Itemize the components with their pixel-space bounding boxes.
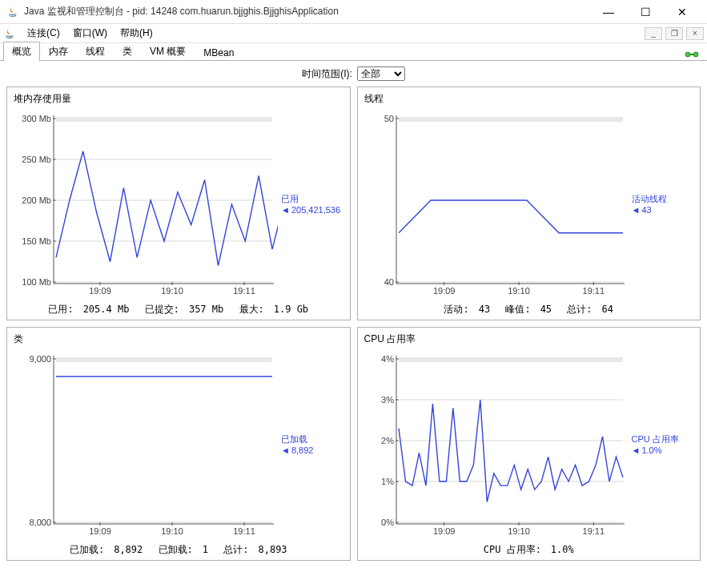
classes-legend: 已加载 ◄8,892 xyxy=(278,348,340,540)
classes-chart[interactable]: 9,0008,000 19:0919:1019:11 xyxy=(14,348,278,540)
svg-text:100 Mb: 100 Mb xyxy=(22,277,51,287)
threads-stats: 活动:43 峰值:45 总计:64 xyxy=(364,300,694,316)
svg-point-1 xyxy=(685,52,690,57)
svg-text:300 Mb: 300 Mb xyxy=(22,114,51,123)
cpu-title: CPU 占用率 xyxy=(364,332,694,346)
time-range-bar: 时间范围(I): 全部 xyxy=(0,61,707,87)
mdi-close-button[interactable]: × xyxy=(686,27,704,40)
svg-text:150 Mb: 150 Mb xyxy=(22,236,51,246)
svg-text:19:09: 19:09 xyxy=(89,286,111,296)
svg-text:19:09: 19:09 xyxy=(432,526,455,536)
java-icon xyxy=(3,27,16,40)
heap-card: 堆内存使用量 300 Mb250 Mb200 Mb150 Mb100 Mb 19… xyxy=(6,87,351,320)
menubar: 连接(C) 窗口(W) 帮助(H) _ ❐ × xyxy=(0,24,707,43)
svg-text:1%: 1% xyxy=(381,477,394,486)
menu-help[interactable]: 帮助(H) xyxy=(114,26,159,40)
svg-text:0%: 0% xyxy=(381,518,394,527)
connection-status-icon xyxy=(685,49,699,60)
svg-text:19:11: 19:11 xyxy=(582,286,605,296)
svg-text:19:10: 19:10 xyxy=(161,526,183,536)
time-range-select[interactable]: 全部 xyxy=(357,66,405,81)
svg-text:40: 40 xyxy=(384,277,393,287)
cpu-legend: CPU 占用率 ◄1.0% xyxy=(629,348,691,540)
svg-text:19:11: 19:11 xyxy=(233,526,255,536)
classes-title: 类 xyxy=(14,332,343,346)
tabstrip: 概览 内存 线程 类 VM 概要 MBean xyxy=(0,43,707,61)
svg-text:3%: 3% xyxy=(381,395,394,405)
menu-window[interactable]: 窗口(W) xyxy=(66,26,114,40)
heap-title: 堆内存使用量 xyxy=(14,92,343,106)
window-title: Java 监视和管理控制台 - pid: 14248 com.huarun.bj… xyxy=(24,5,590,18)
tab-memory[interactable]: 内存 xyxy=(40,42,77,61)
svg-rect-41 xyxy=(399,117,623,122)
heap-stats: 已用:205.4 Mb 已提交:357 Mb 最大:1.9 Gb xyxy=(14,300,343,316)
titlebar: Java 监视和管理控制台 - pid: 14248 com.huarun.bj… xyxy=(0,0,707,24)
svg-text:19:10: 19:10 xyxy=(508,526,530,536)
tab-vm-summary[interactable]: VM 概要 xyxy=(141,42,195,61)
classes-stats: 已加载:8,892 已卸载:1 总计:8,893 xyxy=(14,540,343,557)
cpu-card: CPU 占用率 4%3%2%1%0% 19:0919:1019:11 CPU 占… xyxy=(357,327,701,561)
svg-point-2 xyxy=(693,52,698,57)
threads-chart[interactable]: 5040 19:0919:1019:11 xyxy=(364,107,629,300)
heap-chart[interactable]: 300 Mb250 Mb200 Mb150 Mb100 Mb 19:0919:1… xyxy=(14,107,278,300)
tab-overview[interactable]: 概览 xyxy=(3,42,40,61)
menu-connect[interactable]: 连接(C) xyxy=(21,26,66,40)
time-range-label: 时间范围(I): xyxy=(302,67,352,81)
svg-text:2%: 2% xyxy=(381,436,394,445)
svg-text:19:09: 19:09 xyxy=(89,526,111,536)
close-button[interactable]: ✕ xyxy=(664,0,701,24)
maximize-button[interactable]: ☐ xyxy=(627,0,664,24)
classes-card: 类 9,0008,000 19:0919:1019:11 已加载 ◄8,892 … xyxy=(6,327,351,561)
svg-text:19:10: 19:10 xyxy=(161,286,183,296)
tab-classes[interactable]: 类 xyxy=(114,42,141,61)
svg-rect-56 xyxy=(56,357,272,362)
tab-mbean[interactable]: MBean xyxy=(195,44,243,61)
svg-text:19:11: 19:11 xyxy=(233,286,255,296)
tab-threads[interactable]: 线程 xyxy=(77,42,114,61)
threads-legend: 活动线程 ◄43 xyxy=(629,107,691,300)
svg-text:50: 50 xyxy=(384,114,393,123)
svg-text:19:11: 19:11 xyxy=(582,526,605,536)
java-icon xyxy=(6,6,19,18)
cpu-chart[interactable]: 4%3%2%1%0% 19:0919:1019:11 xyxy=(364,348,629,540)
svg-rect-26 xyxy=(56,117,272,122)
svg-text:19:10: 19:10 xyxy=(508,286,530,296)
svg-rect-80 xyxy=(399,357,623,362)
mdi-minimize-button[interactable]: _ xyxy=(645,27,662,40)
svg-text:250 Mb: 250 Mb xyxy=(22,155,51,164)
svg-text:8,000: 8,000 xyxy=(29,518,51,527)
svg-text:19:09: 19:09 xyxy=(432,286,455,296)
threads-title: 线程 xyxy=(364,92,694,106)
svg-text:9,000: 9,000 xyxy=(29,354,51,364)
svg-text:4%: 4% xyxy=(381,354,394,364)
threads-card: 线程 5040 19:0919:1019:11 活动线程 ◄43 活动:43 峰… xyxy=(357,87,701,320)
mdi-restore-button[interactable]: ❐ xyxy=(665,27,683,40)
heap-legend: 已用 ◄205,421,536 xyxy=(278,107,340,300)
svg-text:200 Mb: 200 Mb xyxy=(22,195,51,205)
charts-grid: 堆内存使用量 300 Mb250 Mb200 Mb150 Mb100 Mb 19… xyxy=(0,87,707,567)
minimize-button[interactable]: — xyxy=(590,0,627,24)
cpu-stats: CPU 占用率:1.0% xyxy=(364,540,694,557)
